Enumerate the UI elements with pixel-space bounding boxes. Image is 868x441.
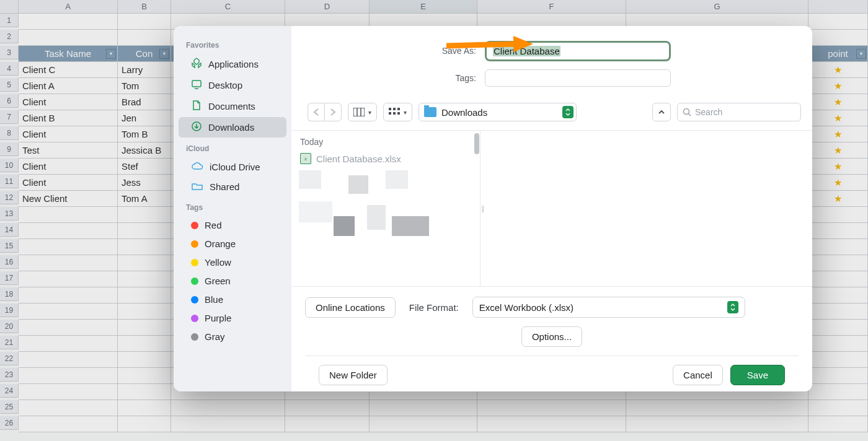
cell[interactable]: [118, 368, 171, 384]
sidebar-item-applications[interactable]: Applications: [179, 54, 286, 74]
sidebar-item-downloads[interactable]: Downloads: [179, 117, 286, 138]
cell[interactable]: [370, 416, 477, 432]
cell[interactable]: [19, 320, 118, 336]
row-number[interactable]: 3: [0, 46, 19, 59]
cell[interactable]: [19, 30, 118, 46]
cell[interactable]: [285, 400, 370, 416]
star-cell[interactable]: [808, 303, 868, 320]
column-header-cell[interactable]: Con▾: [118, 46, 171, 62]
star-cell[interactable]: [808, 239, 868, 255]
star-cell[interactable]: ★: [808, 126, 868, 142]
cell[interactable]: [19, 287, 118, 303]
cell[interactable]: [19, 352, 118, 368]
col-B[interactable]: B: [118, 0, 171, 14]
cell[interactable]: [19, 14, 118, 30]
cell[interactable]: [19, 336, 118, 352]
star-cell[interactable]: [808, 271, 868, 287]
star-cell[interactable]: ★: [808, 175, 868, 191]
row-number[interactable]: 24: [0, 384, 19, 398]
cell[interactable]: [118, 287, 171, 303]
filter-dropdown-icon[interactable]: ▾: [159, 49, 169, 59]
cell[interactable]: Client: [19, 126, 118, 142]
row-number[interactable]: 7: [0, 110, 19, 124]
cell[interactable]: [118, 223, 171, 239]
star-cell[interactable]: ★: [808, 159, 868, 175]
row-number[interactable]: 8: [0, 126, 19, 140]
star-cell[interactable]: ★: [808, 78, 868, 94]
sidebar-item-red[interactable]: Red: [179, 216, 286, 234]
nav-back-button[interactable]: [308, 103, 324, 121]
cell[interactable]: New Client: [19, 191, 118, 207]
col-F[interactable]: F: [477, 0, 626, 14]
filter-dropdown-icon[interactable]: ▾: [856, 49, 866, 59]
cell[interactable]: [118, 416, 171, 432]
star-cell[interactable]: [808, 416, 868, 432]
star-cell[interactable]: [808, 400, 868, 416]
cell[interactable]: Brad: [118, 94, 171, 110]
cell[interactable]: [19, 207, 118, 223]
row-number[interactable]: 1: [0, 14, 19, 27]
cell[interactable]: Tom B: [118, 126, 171, 142]
collapse-button[interactable]: [652, 103, 671, 121]
star-cell[interactable]: ★: [808, 142, 868, 159]
star-cell[interactable]: [808, 336, 868, 352]
cell[interactable]: [626, 400, 808, 416]
star-cell[interactable]: [808, 14, 868, 30]
column-resize-handle[interactable]: ‖: [480, 131, 485, 286]
cell[interactable]: [19, 255, 118, 271]
star-cell[interactable]: ★: [808, 94, 868, 110]
cell[interactable]: [19, 384, 118, 400]
file-column-2[interactable]: [485, 131, 812, 286]
search-input[interactable]: Search: [677, 103, 801, 121]
row-number[interactable]: 18: [0, 287, 19, 301]
cell[interactable]: [118, 239, 171, 255]
file-column-1[interactable]: Today x Client Database.xlsx: [291, 131, 480, 286]
col-E[interactable]: E: [370, 0, 477, 14]
options-button[interactable]: Options...: [521, 326, 582, 347]
view-mode-columns-button[interactable]: ▾: [348, 103, 377, 121]
sidebar-item-gray[interactable]: Gray: [179, 328, 286, 346]
sidebar-item-shared[interactable]: Shared: [179, 177, 286, 196]
row-number[interactable]: 4: [0, 62, 19, 76]
column-header-cell[interactable]: Task Name▾: [19, 46, 118, 62]
location-dropdown[interactable]: Downloads: [418, 103, 577, 121]
tags-input[interactable]: [485, 69, 671, 87]
cell[interactable]: [19, 239, 118, 255]
cell[interactable]: [19, 416, 118, 432]
cell[interactable]: [19, 368, 118, 384]
star-cell[interactable]: ★: [808, 110, 868, 126]
file-browser[interactable]: Today x Client Database.xlsx ‖: [291, 131, 812, 287]
cell[interactable]: [118, 303, 171, 320]
row-number[interactable]: 17: [0, 271, 19, 285]
sidebar-item-blue[interactable]: Blue: [179, 290, 286, 308]
nav-forward-button[interactable]: [324, 103, 342, 121]
cell[interactable]: [171, 416, 285, 432]
cell[interactable]: Larry: [118, 62, 171, 78]
row-number[interactable]: 14: [0, 223, 19, 237]
cell[interactable]: Jen: [118, 110, 171, 126]
cell[interactable]: [118, 336, 171, 352]
star-cell[interactable]: [808, 384, 868, 400]
cell[interactable]: [477, 416, 626, 432]
star-cell[interactable]: ★: [808, 191, 868, 207]
star-cell[interactable]: [808, 352, 868, 368]
sidebar-item-orange[interactable]: Orange: [179, 235, 286, 253]
row-number[interactable]: 15: [0, 239, 19, 253]
cell[interactable]: Client: [19, 94, 118, 110]
column-header-cell[interactable]: point▾: [808, 46, 868, 62]
row-number[interactable]: 9: [0, 142, 19, 156]
cell[interactable]: Stef: [118, 159, 171, 175]
cell[interactable]: [477, 400, 626, 416]
col-C[interactable]: C: [171, 0, 285, 14]
finder-sidebar[interactable]: Favorites ApplicationsDesktopDocumentsDo…: [174, 26, 291, 391]
file-format-select[interactable]: Excel Workbook (.xlsx): [472, 297, 745, 318]
row-number[interactable]: 22: [0, 352, 19, 365]
cell[interactable]: [19, 400, 118, 416]
star-cell[interactable]: [808, 320, 868, 336]
cell[interactable]: [118, 255, 171, 271]
cell[interactable]: [118, 207, 171, 223]
cell[interactable]: [370, 400, 477, 416]
group-by-button[interactable]: ▾: [383, 103, 412, 121]
col-D[interactable]: D: [285, 0, 370, 14]
cell[interactable]: [118, 384, 171, 400]
